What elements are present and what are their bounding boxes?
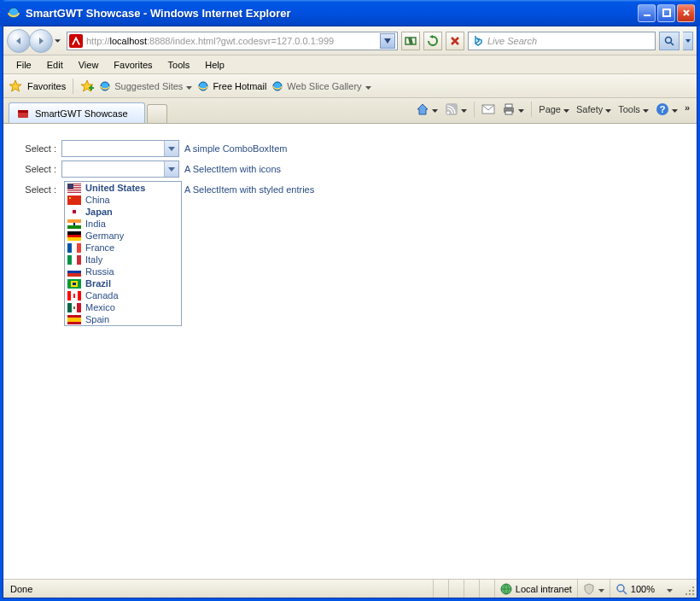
tools-menu[interactable]: Tools [618, 104, 649, 114]
refresh-button[interactable] [423, 32, 442, 50]
dropdown-option-label: Mexico [85, 302, 115, 312]
menu-edit[interactable]: Edit [39, 57, 71, 73]
dropdown-option[interactable]: Russia [65, 265, 181, 277]
back-button[interactable] [7, 29, 31, 53]
tab-favicon [16, 107, 30, 120]
security-zone[interactable]: Local intranet [494, 580, 577, 598]
combobox-input[interactable] [62, 141, 164, 156]
dropdown-option[interactable]: Italy [65, 254, 181, 265]
safety-menu[interactable]: Safety [576, 104, 611, 114]
flag-icon-de [67, 231, 81, 241]
favorites-bar: Favorites Suggested Sites Free Hotmail W… [3, 74, 697, 98]
dropdown-option[interactable]: India [65, 218, 181, 230]
dropdown-option[interactable]: Canada [65, 289, 181, 301]
status-cell-empty [464, 580, 479, 598]
resize-grip[interactable] [681, 582, 695, 596]
dropdown-option-label: Canada [85, 290, 119, 300]
chevron-down-icon [365, 81, 371, 91]
select-dropdown-list[interactable]: United StatesChinaJapanIndiaGermanyFranc… [64, 181, 182, 326]
chevron-down-icon [518, 104, 524, 114]
svg-rect-50 [73, 283, 76, 285]
dropdown-option[interactable]: China [65, 194, 181, 206]
svg-rect-29 [69, 197, 71, 199]
menu-tools[interactable]: Tools [160, 57, 198, 73]
close-button[interactable] [677, 4, 695, 22]
svg-point-63 [617, 585, 624, 592]
dropdown-option[interactable]: Mexico [65, 301, 181, 313]
menu-bar: FileEditViewFavoritesToolsHelp [3, 55, 697, 74]
menu-help[interactable]: Help [197, 57, 232, 73]
nav-row: http://localhost:8888/index.html?gwt.cod… [3, 26, 697, 55]
form-row-select-icons: Select : A SelectItem with icons [15, 160, 685, 178]
tab-active[interactable]: SmartGWT Showcase [9, 102, 145, 123]
favorites-star-icon[interactable] [9, 79, 22, 93]
menu-favorites[interactable]: Favorites [106, 57, 160, 73]
page-menu[interactable]: Page [539, 104, 569, 114]
fav-link-web-slice[interactable]: Web Slice Gallery [271, 80, 370, 92]
svg-rect-42 [67, 255, 72, 265]
dropdown-option[interactable]: France [65, 242, 181, 254]
field-hint: A simple ComboBoxItem [184, 140, 287, 154]
bing-icon [472, 35, 484, 47]
menu-view[interactable]: View [71, 57, 107, 73]
mail-button[interactable] [481, 102, 495, 116]
chevron-down-icon [432, 104, 438, 114]
svg-rect-60 [67, 318, 81, 322]
add-favorites-icon[interactable] [80, 79, 94, 93]
maximize-button[interactable] [657, 4, 675, 22]
field-hint: A SelectItem with styled entries [184, 181, 314, 195]
dropdown-option[interactable]: Brazil [65, 277, 181, 289]
nav-history-dropdown[interactable] [51, 39, 63, 43]
select-arrow[interactable] [164, 161, 178, 177]
dropdown-option[interactable]: Spain [65, 313, 181, 325]
address-dropdown[interactable] [380, 33, 395, 49]
tab-command-row: SmartGWT Showcase Page Safety Tools ? » [3, 98, 697, 124]
new-tab-button[interactable] [147, 104, 167, 123]
ie-icon [99, 80, 111, 92]
overflow-chevron-icon[interactable]: » [685, 102, 693, 116]
svg-rect-41 [77, 243, 81, 253]
select-input[interactable] [62, 161, 164, 177]
chevron-down-icon [667, 584, 673, 594]
feeds-button[interactable] [445, 102, 467, 116]
search-dropdown[interactable] [683, 32, 693, 50]
search-go-button[interactable] [659, 32, 680, 50]
svg-rect-17 [505, 104, 512, 108]
window-controls [638, 4, 695, 22]
chevron-down-icon [186, 81, 192, 91]
combobox-item[interactable] [61, 140, 179, 157]
combobox-arrow[interactable] [164, 141, 178, 156]
menu-file[interactable]: File [9, 57, 39, 73]
flag-icon-it [67, 255, 81, 265]
fav-link-free-hotmail[interactable]: Free Hotmail [197, 80, 266, 92]
search-box[interactable]: Live Search [468, 32, 656, 50]
svg-rect-28 [67, 195, 81, 205]
protected-mode[interactable] [577, 580, 610, 598]
svg-point-4 [666, 37, 672, 43]
svg-rect-53 [78, 291, 81, 300]
fav-link-suggested-sites[interactable]: Suggested Sites [99, 80, 192, 92]
zoom-control[interactable]: 100% [610, 580, 678, 598]
address-bar[interactable]: http://localhost:8888/index.html?gwt.cod… [67, 32, 398, 50]
ie-icon [197, 80, 209, 92]
dropdown-option-label: Spain [85, 314, 109, 324]
window-titlebar: SmartGWT Showcase - Windows Internet Exp… [0, 0, 700, 26]
status-text: Done [3, 584, 39, 594]
field-hint: A SelectItem with icons [184, 160, 281, 174]
compat-view-button[interactable] [401, 32, 420, 50]
minimize-button[interactable] [638, 4, 656, 22]
favorites-label[interactable]: Favorites [27, 81, 66, 91]
print-button[interactable] [502, 102, 524, 116]
flag-icon-cn [67, 195, 81, 205]
dropdown-option[interactable]: United States [65, 182, 181, 194]
stop-button[interactable] [446, 32, 464, 50]
select-item-icons[interactable] [61, 160, 179, 178]
home-button[interactable] [416, 102, 438, 116]
forward-button[interactable] [29, 29, 53, 53]
field-label: Select : [15, 160, 56, 174]
dropdown-option[interactable]: Japan [65, 206, 181, 218]
dropdown-option[interactable]: Germany [65, 230, 181, 242]
flag-icon-ru [67, 267, 81, 277]
help-button[interactable]: ? [656, 102, 678, 116]
svg-rect-26 [67, 191, 81, 192]
